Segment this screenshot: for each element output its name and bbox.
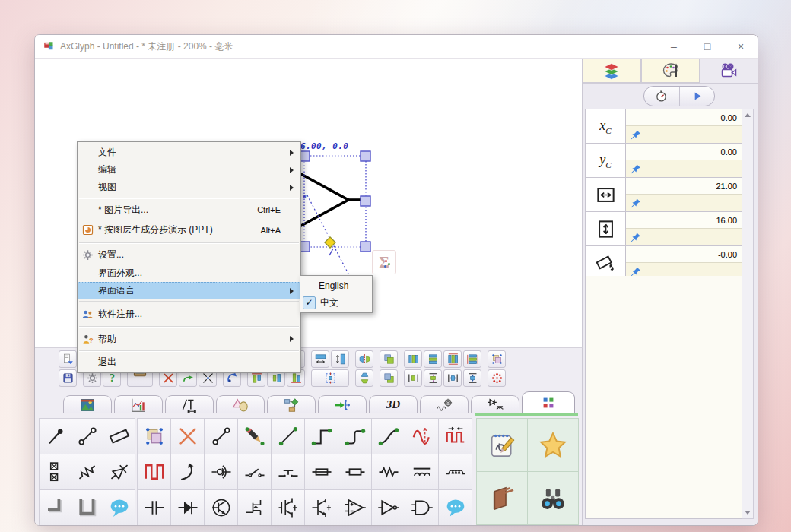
toolbar-mirror-h-button[interactable] xyxy=(355,350,373,368)
menu-item-view[interactable]: 视图 xyxy=(78,179,300,196)
toolbar-distribute-h-edges-button[interactable] xyxy=(443,350,462,368)
palette-item-pencil[interactable] xyxy=(238,419,272,454)
palette-item-igbt2[interactable] xyxy=(305,490,338,526)
menu-item-edit[interactable]: 编辑 xyxy=(78,161,300,179)
palette-item-link[interactable] xyxy=(71,419,103,454)
palette-item-binoculars[interactable] xyxy=(528,472,579,525)
palette-item-notes[interactable] xyxy=(477,419,528,472)
toolbar-space-equal-v-button[interactable] xyxy=(424,369,442,387)
tool-tab-3d[interactable]: 3D xyxy=(369,395,418,413)
property-value-width[interactable]: 21.00 xyxy=(626,178,742,195)
scroll-up-icon[interactable] xyxy=(742,109,753,121)
palette-item-diode[interactable] xyxy=(171,490,205,526)
toolbar-center-page-button[interactable] xyxy=(311,369,349,387)
property-value-height[interactable]: 16.00 xyxy=(626,212,742,229)
toolbar-dots-ring-button[interactable] xyxy=(488,369,506,387)
palette-item-sel-group[interactable] xyxy=(138,419,171,454)
palette-item-step-shape[interactable] xyxy=(40,490,71,526)
property-value-y-center[interactable]: 0.00 xyxy=(626,144,742,160)
property-pin-height[interactable] xyxy=(626,229,742,245)
toolbar-match-width-button[interactable] xyxy=(311,350,329,368)
tool-tab-physics[interactable] xyxy=(420,395,469,413)
tool-tab-shapes[interactable] xyxy=(216,395,265,413)
selection-handle-ne[interactable] xyxy=(361,151,370,161)
panel-tab-layers[interactable] xyxy=(583,59,641,83)
scroll-down-icon[interactable] xyxy=(742,507,753,518)
palette-item-pulse[interactable] xyxy=(439,419,472,454)
palette-item-library[interactable] xyxy=(477,472,528,525)
palette-item-horn[interactable] xyxy=(205,454,238,490)
palette-item-ind-coil[interactable] xyxy=(439,454,472,490)
summation-ghost-button[interactable]: Σ xyxy=(372,250,396,274)
palette-item-bjt[interactable] xyxy=(205,490,238,526)
property-value-angle[interactable]: -0.00 xyxy=(626,246,742,263)
menu-item-help[interactable]: ?帮助 xyxy=(78,329,300,349)
menu-item-language[interactable]: 界面语言 xyxy=(78,282,300,299)
toolbar-doc-template-button[interactable] xyxy=(59,350,77,368)
maximize-button[interactable]: □ xyxy=(691,36,724,58)
tool-tab-blocks[interactable] xyxy=(522,391,575,413)
palette-item-switch[interactable] xyxy=(238,454,272,490)
palette-item-igbt1[interactable] xyxy=(272,490,305,526)
selection-handle-e[interactable] xyxy=(361,196,370,206)
palette-item-arcarrow[interactable] xyxy=(171,454,205,490)
toolbar-save-button[interactable] xyxy=(59,369,77,387)
palette-item-star[interactable] xyxy=(528,419,579,472)
tool-tab-connectors[interactable] xyxy=(318,395,367,413)
palette-item-opamp[interactable] xyxy=(338,490,372,526)
palette-item-segment[interactable] xyxy=(272,419,305,454)
play-button[interactable] xyxy=(680,87,715,106)
toolbar-space-equal-v2-button[interactable] xyxy=(463,369,481,387)
toolbar-match-height-button[interactable] xyxy=(331,350,349,368)
palette-item-step2[interactable] xyxy=(338,419,372,454)
palette-item-terminals[interactable] xyxy=(40,454,71,490)
palette-item-inverter[interactable] xyxy=(372,490,405,526)
menu-item-register[interactable]: 软件注册... xyxy=(78,304,300,325)
palette-item-probe[interactable] xyxy=(40,419,71,454)
palette-item-diode-diag[interactable] xyxy=(103,454,135,490)
palette-item-slant-rect[interactable] xyxy=(103,419,135,454)
timer-button[interactable] xyxy=(644,87,680,106)
menu-item-exit[interactable]: 退出 xyxy=(78,353,300,371)
palette-item-button[interactable] xyxy=(272,454,305,490)
palette-item-andgate[interactable] xyxy=(405,490,439,526)
palette-item-step1[interactable] xyxy=(305,419,338,454)
panel-tab-appearance[interactable] xyxy=(641,59,700,83)
menu-item-appearance[interactable]: 界面外观... xyxy=(78,264,300,282)
tool-tab-picture[interactable] xyxy=(63,395,112,413)
toolbar-send-back-button[interactable] xyxy=(380,369,398,387)
palette-item-ind-bar[interactable] xyxy=(405,454,439,490)
property-pin-width[interactable] xyxy=(626,195,742,211)
property-value-x-center[interactable]: 0.00 xyxy=(626,109,742,126)
selection-handle-se[interactable] xyxy=(361,242,370,252)
palette-item-bubble[interactable] xyxy=(103,490,135,526)
selected-shape[interactable] xyxy=(300,173,348,226)
minimize-button[interactable]: – xyxy=(657,36,691,58)
tool-tab-circuit[interactable] xyxy=(471,395,519,413)
palette-item-cap[interactable] xyxy=(138,490,171,526)
palette-item-u-shape[interactable] xyxy=(71,490,103,526)
tool-tab-draw-text[interactable] xyxy=(165,395,214,413)
tool-tab-charts[interactable] xyxy=(114,395,163,413)
submenu-item-english[interactable]: English xyxy=(300,277,372,294)
palette-item-res-diag[interactable] xyxy=(71,454,103,490)
palette-item-res-zig[interactable] xyxy=(372,454,405,490)
palette-item-mosfet[interactable] xyxy=(238,490,272,526)
toolbar-space-equal-h2-button[interactable] xyxy=(443,369,462,387)
submenu-item-chinese[interactable]: ✓中文 xyxy=(300,294,372,311)
toolbar-space-equal-h-button[interactable] xyxy=(404,369,422,387)
menu-item-export[interactable]: * 图片导出...Ctrl+E xyxy=(78,201,300,219)
panel-scrollbar[interactable] xyxy=(742,109,754,519)
property-pin-y-center[interactable] xyxy=(626,160,742,177)
tool-tab-flowchart[interactable] xyxy=(267,395,316,413)
palette-item-del-cross[interactable] xyxy=(171,419,205,454)
toolbar-distribute-v-edges-button[interactable] xyxy=(463,350,481,368)
property-pin-x-center[interactable] xyxy=(626,126,742,143)
toolbar-bring-front-button[interactable] xyxy=(380,350,398,368)
panel-tab-animation[interactable] xyxy=(700,59,758,83)
close-button[interactable]: × xyxy=(724,36,758,58)
toolbar-distribute-v-button[interactable] xyxy=(424,350,442,368)
menu-item-file[interactable]: 文件 xyxy=(78,144,300,161)
toolbar-sel-group-button[interactable] xyxy=(488,350,506,368)
palette-item-sqwave[interactable] xyxy=(138,454,171,490)
